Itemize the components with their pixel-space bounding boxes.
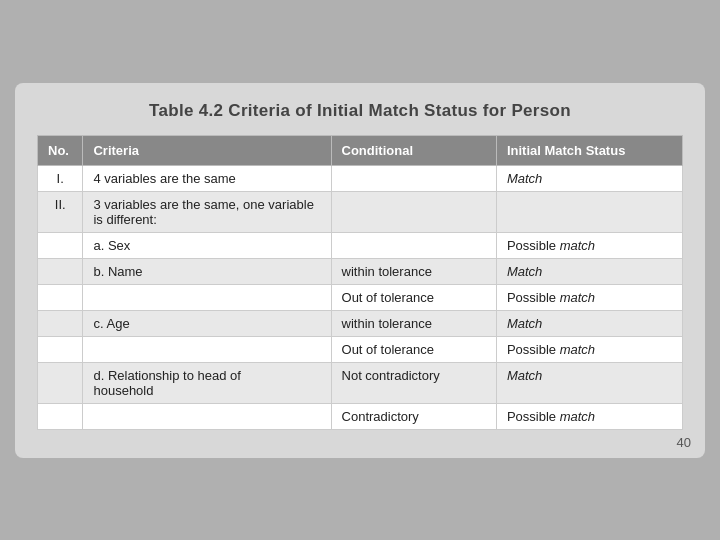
cell-criteria: 4 variables are the same (83, 165, 331, 191)
cell-criteria: c. Age (83, 310, 331, 336)
cell-conditional: Not contradictory (331, 362, 496, 403)
header-initial-match-status: Initial Match Status (496, 135, 682, 165)
header-no: No. (38, 135, 83, 165)
cell-criteria (83, 403, 331, 429)
cell-status: Possible match (496, 336, 682, 362)
cell-no: II. (38, 191, 83, 232)
table-row: II.3 variables are the same, one variabl… (38, 191, 683, 232)
cell-no (38, 310, 83, 336)
cell-status: Match (496, 362, 682, 403)
table-row: b. Namewithin toleranceMatch (38, 258, 683, 284)
cell-status: Possible match (496, 232, 682, 258)
cell-no (38, 284, 83, 310)
cell-no (38, 258, 83, 284)
cell-status: Match (496, 258, 682, 284)
cell-criteria: 3 variables are the same, one variable i… (83, 191, 331, 232)
cell-no (38, 403, 83, 429)
cell-status (496, 191, 682, 232)
header-conditional: Conditional (331, 135, 496, 165)
slide-container: Table 4.2 Criteria of Initial Match Stat… (15, 83, 705, 458)
table-row: c. Agewithin toleranceMatch (38, 310, 683, 336)
cell-no (38, 232, 83, 258)
cell-conditional (331, 165, 496, 191)
cell-criteria: a. Sex (83, 232, 331, 258)
table-row: ContradictoryPossible match (38, 403, 683, 429)
table-row: Out of tolerancePossible match (38, 284, 683, 310)
table-row: a. SexPossible match (38, 232, 683, 258)
table-row: I.4 variables are the sameMatch (38, 165, 683, 191)
cell-criteria (83, 336, 331, 362)
cell-no (38, 336, 83, 362)
cell-status: Match (496, 310, 682, 336)
cell-conditional (331, 232, 496, 258)
criteria-table: No. Criteria Conditional Initial Match S… (37, 135, 683, 430)
cell-status: Possible match (496, 403, 682, 429)
cell-conditional: within tolerance (331, 258, 496, 284)
cell-status: Possible match (496, 284, 682, 310)
header-criteria: Criteria (83, 135, 331, 165)
cell-criteria: d. Relationship to head ofhousehold (83, 362, 331, 403)
cell-conditional: Contradictory (331, 403, 496, 429)
cell-no: I. (38, 165, 83, 191)
cell-conditional: Out of tolerance (331, 284, 496, 310)
cell-criteria: b. Name (83, 258, 331, 284)
table-row: d. Relationship to head ofhouseholdNot c… (38, 362, 683, 403)
cell-status: Match (496, 165, 682, 191)
table-title: Table 4.2 Criteria of Initial Match Stat… (37, 101, 683, 121)
table-row: Out of tolerancePossible match (38, 336, 683, 362)
cell-conditional: Out of tolerance (331, 336, 496, 362)
cell-criteria (83, 284, 331, 310)
cell-conditional (331, 191, 496, 232)
page-number: 40 (677, 435, 691, 450)
cell-no (38, 362, 83, 403)
cell-conditional: within tolerance (331, 310, 496, 336)
